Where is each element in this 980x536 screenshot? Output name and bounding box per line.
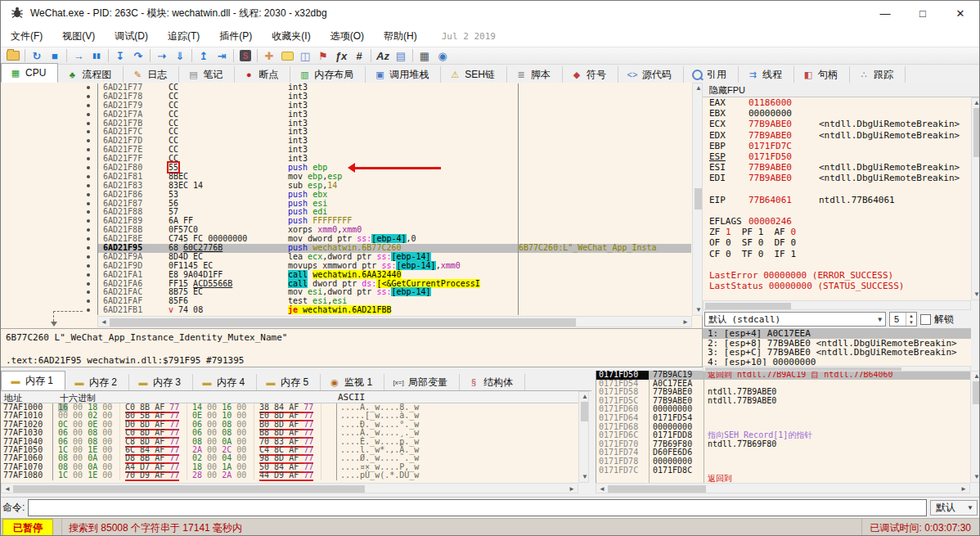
minimize-button[interactable]: — [866,1,904,25]
execute-till-return-icon[interactable]: ↥ [195,48,213,63]
registers-list[interactable]: EAX01186000EBX00000000ECX77B9ABE0<ntdll.… [703,97,971,300]
stack-row[interactable]: 0171FD7C0171FD8C [596,466,970,475]
tab-流程图[interactable]: ♣流程图 [58,66,124,83]
open-file-icon[interactable] [4,48,22,63]
bookmark-icon[interactable]: ⚑ [314,48,332,63]
step-out-icon[interactable]: ⇓ [171,48,189,63]
breakpoint-gutter[interactable] [76,288,98,297]
menu-plugins[interactable]: 插件(P) [209,26,262,47]
bottom-tab-局部变量[interactable]: [x=]局部变量 [384,374,460,390]
breakpoint-gutter[interactable] [76,244,98,253]
breakpoint-gutter[interactable] [76,200,98,209]
bottom-tab-内存 5[interactable]: ▬内存 5 [257,374,321,390]
tab-断点[interactable]: ●断点 [235,66,290,83]
text-icon[interactable]: Az [374,48,392,63]
breakpoint-gutter[interactable] [76,128,98,137]
bottom-tab-内存 3[interactable]: ▬内存 3 [129,374,193,390]
register-row[interactable]: LastError 00000000 (ERROR_SUCCESS) [703,270,971,281]
disassembly-pane[interactable]: 6AD21F77CCint36AD21F78CCint36AD21F79CCin… [1,83,703,328]
step-into-icon[interactable]: ↧ [111,48,129,63]
run-to-user-code-icon[interactable]: ⇥ [213,48,231,63]
menu-file[interactable]: 文件(F) [1,26,52,47]
disasm-row[interactable]: 6AD21FB1v 74 08je wechatwin.6AD21FBB [76,306,691,315]
register-row[interactable]: CF 0 TF 0 IF 1 [703,249,971,259]
stop-icon[interactable]: ■ [46,48,64,63]
tab-句柄[interactable]: ◧句柄 [794,66,850,83]
tab-CPU[interactable]: ▦CPU [1,63,58,83]
label-icon[interactable]: ◫ [296,48,314,63]
breakpoint-gutter[interactable] [76,182,98,191]
tab-线程[interactable]: ⇉线程 [739,66,794,83]
tab-引用[interactable]: 引用 [684,66,739,83]
command-script-dropdown[interactable]: 默认 ▼ [930,500,978,516]
close-button[interactable]: ✕ [942,1,979,25]
disasm-vscrollbar[interactable]: ▲▼ [692,83,703,316]
tab-跟踪[interactable]: ∴跟踪 [850,66,906,83]
trace-into-icon[interactable]: ⇢ [153,48,171,63]
s-breakpoint-icon[interactable]: S [236,48,254,63]
register-row[interactable]: EDI77B9ABE0<ntdll.DbgUiRemoteBreakin> [703,173,971,183]
breakpoint-gutter[interactable] [76,155,98,164]
breakpoint-gutter[interactable] [76,253,98,262]
device-icon[interactable]: ▤ [392,48,410,63]
menu-favourites[interactable]: 收藏夹(I) [262,26,320,47]
tab-脚本[interactable]: ≣脚本 [507,66,563,83]
dump-vscrollbar[interactable]: ▲▼ [578,391,589,483]
hash-icon[interactable]: # [350,48,368,63]
breakpoint-gutter[interactable] [76,217,98,226]
menu-view[interactable]: 视图(V) [52,26,105,47]
argument-row[interactable]: 3: [esp+C] 77B9ABE0 <ntdll.DbgUiRemoteBr… [703,348,971,358]
stack-pane[interactable]: 0171FD5077B9AC19返回到 ntdll.77B9AC19 自 ntd… [596,371,970,483]
run-icon[interactable]: → [70,48,88,63]
arguments-hscrollbar[interactable] [703,366,971,372]
register-row[interactable]: ESI77B9ABE0<ntdll.DbgUiRemoteBreakin> [703,162,971,173]
menu-debug[interactable]: 调试(D) [105,26,158,47]
comment-icon[interactable] [278,48,296,63]
step-over-icon[interactable]: ↷ [129,48,147,63]
register-row[interactable]: EDX77B9ABE0<ntdll.DbgUiRemoteBreakin> [703,130,971,141]
memory-dump-pane[interactable]: 77AF100016 00 18 00C0 8B AF 7714 00 16 0… [1,403,578,483]
args-depth-spinner[interactable]: 5 ▲▼ [889,312,917,327]
register-row[interactable]: OF 0 SF 0 DF 0 [703,237,971,248]
breakpoint-gutter[interactable] [76,119,98,128]
register-row[interactable]: LastStatus 00000000 (STATUS_SUCCESS) [703,281,971,291]
breakpoint-gutter[interactable] [76,110,98,119]
breakpoint-gutter[interactable] [76,101,98,110]
register-row[interactable]: ESP0171FD50 [703,151,971,162]
breakpoint-gutter[interactable] [76,262,98,271]
register-row[interactable]: EFLAGS00000246 [703,216,971,227]
function-icon[interactable]: ƒx [332,48,350,63]
breakpoint-gutter[interactable] [76,280,98,289]
tab-源代码[interactable]: <>源代码 [618,66,684,83]
breakpoint-gutter[interactable] [76,297,98,306]
breakpoint-gutter[interactable] [76,208,98,217]
register-row[interactable]: EBP0171FD7C [703,141,971,151]
checkbox-icon[interactable] [920,314,931,325]
dump-hscrollbar[interactable]: ◄► [1,483,578,493]
register-row[interactable]: EAX01186000 [703,97,971,108]
calling-convention-dropdown[interactable]: 默认 (stdcall) ▼ [704,312,886,327]
patch-icon[interactable]: ✚ [260,48,278,63]
tab-内存布局[interactable]: ▥内存布局 [290,66,366,83]
spinner-down-icon[interactable]: ▼ [906,319,916,326]
command-input[interactable] [28,499,927,516]
calculator-icon[interactable]: ▦ [416,48,434,63]
bottom-tab-结构体[interactable]: §结构体 [460,374,525,390]
breakpoint-gutter[interactable] [76,83,98,92]
argument-row[interactable]: 1: [esp+4] A0C17EEA [703,329,971,339]
breakpoint-gutter[interactable] [76,271,98,280]
bottom-tab-监视 1[interactable]: ◉监视 1 [321,374,384,390]
stack-row[interactable]: 返回到 [596,475,970,483]
registers-vscrollbar[interactable]: ▲▼ [971,97,980,300]
breakpoint-gutter[interactable] [76,235,98,244]
spinner-up-icon[interactable]: ▲ [906,313,916,319]
breakpoint-gutter[interactable] [76,191,98,200]
registers-hscrollbar[interactable] [703,300,971,310]
restart-icon[interactable]: ↻ [28,48,46,63]
maximize-button[interactable]: □ [904,1,942,25]
bottom-tab-内存 2[interactable]: ▬内存 2 [65,374,129,390]
menu-options[interactable]: 选项(O) [321,26,374,47]
menu-help[interactable]: 帮助(H) [374,26,427,47]
tab-符号[interactable]: ◆符号 [563,66,618,83]
register-row[interactable]: EBX00000000 [703,108,971,119]
